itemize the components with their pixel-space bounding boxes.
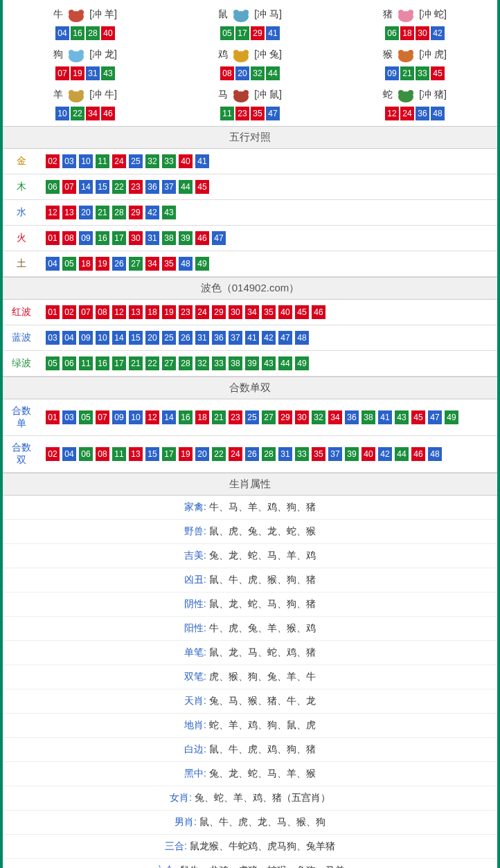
zodiac-clash: [冲 鼠] [254,89,282,101]
number-chip: 06 [79,447,93,461]
number-chip: 38 [229,356,242,370]
zodiac-clash: [冲 羊] [89,8,117,21]
zodiac-clash: [冲 虎] [419,48,447,61]
number-chip: 25 [162,331,176,345]
svg-point-10 [69,50,74,55]
row-nums: 05061116172122272832333839434449 [40,351,497,377]
number-chip: 07 [62,180,76,194]
table-row: 合数双0204060811131517192022242628313335373… [3,436,497,473]
number-chip: 32 [251,66,265,80]
number-chip: 33 [162,154,176,168]
table-wuxing: 金02031011242532334041木060714152223363744… [3,149,497,277]
attr-row: 阳性: 牛、虎、兔、羊、猴、鸡 [3,617,497,641]
number-chip: 30 [129,231,143,245]
number-chip: 32 [145,154,159,168]
number-chip: 11 [220,107,234,120]
number-chip: 04 [46,257,60,271]
number-chip: 28 [86,26,100,40]
number-chip: 41 [245,331,259,345]
zodiac-clash: [冲 兔] [254,48,282,61]
attr-list: 家禽: 牛、马、羊、鸡、狗、猪野兽: 鼠、虎、兔、龙、蛇、猴吉美: 兔、龙、蛇、… [3,496,497,868]
attr-val: 鼠、虎、兔、龙、蛇、猴 [209,525,316,536]
attr-key: 六合: [155,865,180,868]
section-header-wuxing: 五行对照 [3,126,497,149]
number-chip: 36 [212,331,226,345]
attr-key: 吉美: [184,550,209,561]
number-chip: 29 [251,26,265,40]
zodiac-clash: [冲 龙] [89,48,117,61]
zodiac-icon [229,86,253,104]
attr-val: 兔、蛇、羊、鸡、猪（五宫肖） [195,792,330,803]
attr-key: 野兽: [184,525,209,536]
number-chip: 32 [312,410,325,424]
attr-row: 阴性: 鼠、龙、蛇、马、狗、猪 [3,593,497,617]
attr-val: 鼠、牛、虎、猴、狗、猪 [209,574,316,585]
attr-row: 白边: 鼠、牛、虎、鸡、狗、猪 [3,738,497,762]
number-chip: 18 [145,305,159,319]
number-chip: 25 [129,154,143,168]
svg-point-11 [78,50,84,55]
number-chip: 48 [295,331,309,345]
number-chip: 18 [195,410,209,424]
number-chip: 12 [145,410,159,424]
zodiac-icon [229,6,253,24]
attr-val: 鼠、龙、马、蛇、鸡、猪 [209,647,316,658]
number-chip: 12 [112,305,126,319]
attr-val: 鼠牛、龙鸡、虎猪、蛇猴、兔狗、马羊 [180,865,345,868]
number-chip: 44 [179,180,193,194]
zodiac-cell: 鼠[冲 马]05172941 [168,3,332,43]
number-chip: 38 [361,410,375,424]
number-chip: 13 [129,447,143,461]
attr-val: 虎、猴、狗、兔、羊、牛 [209,671,316,682]
number-chip: 10 [55,107,69,120]
zodiac-cell: 猪[冲 蛇]06183042 [332,3,497,43]
number-chip: 27 [129,257,143,271]
svg-point-8 [408,10,413,15]
row-nums: 02031011242532334041 [40,149,497,174]
number-chip: 34 [86,107,100,120]
attr-key: 地肖: [184,719,209,730]
zodiac-clash: [冲 蛇] [419,8,447,21]
number-chip: 29 [129,206,143,219]
zodiac-cell: 鸡[冲 兔]08203244 [168,43,332,83]
svg-point-2 [78,10,84,15]
number-chip: 25 [245,410,259,424]
number-chip: 31 [86,66,100,80]
row-nums: 1213202128294243 [40,200,497,226]
number-chip: 41 [195,154,209,168]
zodiac-grid: 牛[冲 羊]04162840鼠[冲 马]05172941猪[冲 蛇]061830… [3,0,497,126]
number-chip: 20 [195,447,209,461]
zodiac-icon [64,86,88,104]
number-chip: 36 [145,180,159,194]
number-chip: 42 [431,26,445,40]
number-chip: 28 [262,447,276,461]
number-chip: 17 [162,447,176,461]
number-chip: 08 [62,231,76,245]
zodiac-cell: 狗[冲 龙]07193143 [3,43,168,83]
number-chip: 07 [55,66,69,80]
number-chip: 11 [96,154,109,168]
table-row: 合数单0103050709101214161821232527293032343… [3,399,497,436]
zodiac-icon [394,86,418,104]
row-label: 蓝波 [3,325,40,351]
zodiac-name: 狗 [53,48,63,61]
number-chip: 26 [245,447,259,461]
number-chip: 10 [96,331,109,345]
number-chip: 17 [112,231,126,245]
svg-point-14 [243,50,249,55]
number-chip: 14 [162,410,176,424]
attr-row: 野兽: 鼠、虎、兔、龙、蛇、猴 [3,520,497,544]
svg-point-26 [408,90,413,96]
number-chip: 06 [46,180,60,194]
zodiac-icon [64,6,88,24]
number-chip: 23 [129,180,143,194]
number-chip: 07 [79,305,93,319]
number-chip: 46 [411,447,425,461]
zodiac-clash: [冲 马] [254,8,282,21]
number-chip: 40 [101,26,115,40]
number-chip: 17 [235,26,249,40]
number-chip: 11 [112,447,126,461]
number-chip: 48 [179,257,193,271]
number-chip: 14 [79,180,93,194]
number-chip: 03 [62,410,76,424]
